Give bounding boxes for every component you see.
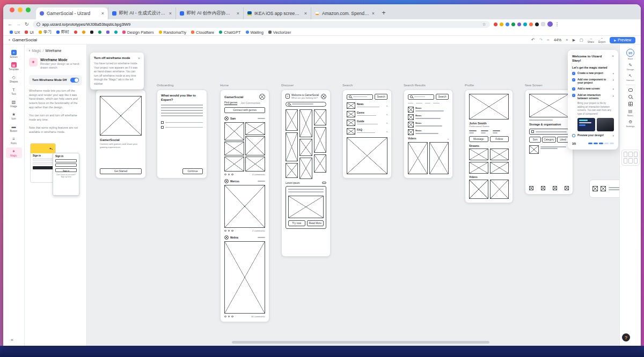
back-icon[interactable]: ← [8, 21, 12, 27]
design-canvas[interactable]: Turn off wireframe mode × You have turne… [87, 44, 641, 346]
screen-home[interactable]: GamerSocial Find genres Join Communities… [220, 90, 269, 322]
tab-jishi-ai[interactable]: 即时 AI - 生成式设计工具 × [108, 8, 175, 19]
rail-item-magic[interactable]: ✦Magic [6, 147, 22, 158]
rail-item-icon[interactable]: ★Icon [6, 110, 22, 121]
rail-item-form[interactable]: ≡Form [6, 135, 22, 146]
export-button[interactable]: − Export [598, 36, 605, 43]
back-chevron-icon[interactable]: ‹ [9, 38, 10, 42]
screen-label-search-results[interactable]: Search Results [404, 84, 426, 87]
extension-icon[interactable] [523, 23, 527, 26]
extensions-puzzle-icon[interactable] [541, 22, 545, 26]
panel-back-icon[interactable]: ‹ [29, 49, 30, 53]
screen-label-onboarding[interactable]: Onboarding [157, 84, 173, 87]
close-tab-icon[interactable]: × [237, 11, 239, 16]
screen-label-home[interactable]: Home [220, 84, 229, 87]
browser-menu-icon[interactable]: ⋮ [555, 21, 560, 27]
bookmark-randomatly[interactable]: RandomaTly [159, 30, 187, 35]
screen-new-screen[interactable]: Storage & organisation Sort Category Lik… [525, 90, 573, 195]
assistant-step-4[interactable]: ✓Add an interaction between screens▴ Bri… [572, 94, 614, 132]
bookmark-cloudflare[interactable]: Cloudflare [191, 30, 214, 35]
close-tab-icon[interactable]: × [169, 11, 172, 16]
onboarding-progress-badge[interactable]: 3/5 Start [626, 49, 634, 60]
minimize-window-button[interactable] [18, 8, 23, 12]
assistant-step-1[interactable]: ✓Create a new project▾ [572, 72, 614, 75]
search-tool[interactable] [628, 95, 632, 99]
address-bar[interactable]: app.uizard.io/prototypes/WJ0Ba53bqsbLbpg… [33, 21, 490, 28]
new-tab-button[interactable]: + [378, 9, 389, 19]
bookmark-wailing[interactable]: Wailing [246, 30, 264, 35]
rail-item-button[interactable]: ▬Button [6, 123, 22, 133]
components-tool[interactable] [628, 102, 633, 106]
bookmark-jishi[interactable]: 即时 [56, 29, 69, 35]
bookmark-study[interactable]: 学习 [39, 29, 52, 35]
extension-icon[interactable] [500, 23, 503, 26]
screen-search[interactable]: Search News› Genre› Guide› FAQ› [342, 90, 392, 178]
present-icon[interactable]: ▢ [580, 38, 583, 42]
rail-item-image[interactable]: ▧Image [6, 98, 22, 109]
bookmark-favicon[interactable] [106, 31, 109, 34]
assistant-step-2[interactable]: ✓Add one component to your project▾ [572, 78, 614, 85]
profile-avatar[interactable] [547, 21, 553, 27]
assistant-close-icon[interactable]: × [612, 54, 614, 58]
tab-jishi-doc[interactable]: 即时 AI 创作内容协作文档 - 即… × [175, 8, 243, 19]
rail-item-shapes[interactable]: ◇Shapes [6, 73, 22, 84]
tab-ikea[interactable]: IKEA iOS app screenshots × [243, 8, 311, 19]
assistant-step-3[interactable]: ✓Add a new screen▾ [572, 87, 614, 91]
bookmark-design-pattern[interactable]: Design Pattern [122, 30, 154, 35]
extension-icon[interactable] [535, 23, 539, 26]
wireframe-mode-toggle[interactable] [70, 78, 79, 83]
close-tab-icon[interactable]: × [372, 11, 375, 16]
components-popover[interactable] [621, 150, 640, 166]
bookmark-favicon[interactable] [74, 31, 77, 34]
redo-icon[interactable]: ↷ [539, 38, 543, 42]
bookmark-favicon[interactable] [114, 31, 118, 34]
bookmark-star-icon[interactable]: ☆ [482, 22, 486, 27]
bookmark-favicon[interactable] [82, 31, 85, 34]
bookmark-favicon[interactable] [98, 31, 101, 34]
bookmark-vectorizer[interactable]: Vectorizer [268, 30, 291, 35]
bookmark-ui[interactable]: UI [25, 30, 34, 35]
preview-button[interactable]: ▶ Preview [610, 37, 635, 43]
maximize-window-button[interactable] [26, 8, 31, 12]
interact-tab[interactable]: ↖Interact [626, 74, 634, 81]
rail-item-screen[interactable]: +Screen [6, 49, 22, 59]
reload-icon[interactable]: ↻ [25, 21, 29, 27]
screen-discover[interactable]: + Welcome to GamerSocial What are you lo… [281, 90, 331, 257]
extension-icon[interactable] [494, 23, 497, 26]
close-tab-icon[interactable]: × [304, 11, 307, 16]
close-window-button[interactable] [10, 8, 14, 12]
rail-item-template[interactable]: ▤Template [6, 61, 22, 72]
settings-tool[interactable]: ⚙Settings [626, 120, 635, 128]
screen-onboarding[interactable]: What would you like to Expert? Continue [157, 90, 207, 178]
horizontal-scrollbar[interactable] [232, 341, 489, 344]
rail-item-text[interactable]: TText [6, 86, 22, 96]
screen-search-results[interactable]: Search News News News News Videos› [404, 90, 453, 178]
extension-icon[interactable] [517, 23, 521, 26]
bookmark-ux[interactable]: UX [10, 30, 20, 35]
tab-gamersocial[interactable]: GamerSocial - Uizard × [36, 8, 108, 19]
zoom-out-icon[interactable]: − [547, 38, 550, 42]
screen-label-new-screen[interactable]: New Screen [525, 84, 543, 87]
forward-icon[interactable]: → [16, 21, 21, 27]
extension-icon[interactable] [529, 23, 533, 26]
comments-tool[interactable] [628, 88, 633, 92]
extension-icon[interactable] [506, 23, 509, 26]
screen-label-search[interactable]: Search [342, 84, 353, 87]
close-tab-icon[interactable]: × [101, 11, 104, 16]
tooltip-close-icon[interactable]: × [138, 56, 140, 60]
notes-tool[interactable]: ▤Notes [627, 109, 633, 117]
design-tab[interactable]: ✎Design [627, 63, 634, 71]
screen-label-profile[interactable]: Profile [465, 84, 474, 87]
site-info-icon[interactable] [36, 23, 40, 26]
zoom-in-icon[interactable]: + [566, 38, 568, 42]
bookmark-favicon[interactable] [90, 31, 93, 34]
bookmark-chatgpt[interactable]: ChatGPT [219, 30, 240, 35]
undo-icon[interactable]: ↶ [531, 38, 535, 42]
screen-label-discover[interactable]: Discover [281, 84, 294, 87]
play-icon[interactable]: ▶ [573, 38, 575, 42]
extension-icon[interactable] [511, 23, 515, 26]
panel-breadcrumb[interactable]: ‹ Magic / Wireframe [29, 49, 82, 53]
collapse-sidebar-icon[interactable]: « [11, 337, 13, 343]
assistant-step-5[interactable]: Preview your design!▾ [572, 134, 614, 137]
share-button[interactable]: → Share [588, 36, 594, 43]
